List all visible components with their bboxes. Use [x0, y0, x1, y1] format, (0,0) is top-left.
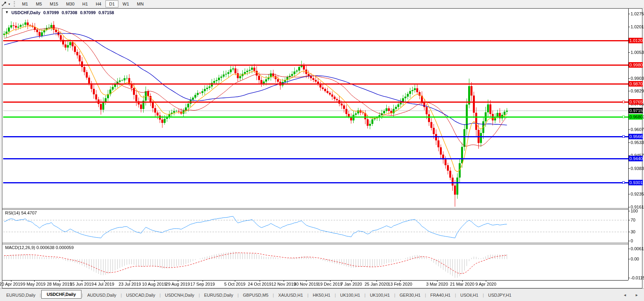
- price-tick-label: 1.00530: [631, 50, 644, 55]
- price-tick: [628, 207, 630, 207]
- line-price-tag: 0.96803: [629, 114, 643, 120]
- date-label: 21 Mar 2020: [450, 282, 474, 286]
- time-axis-line: [2, 280, 628, 281]
- bid-price-tag: 0.97158: [629, 108, 643, 113]
- price-tick: [628, 194, 630, 194]
- date-label: 10 Aug 2019: [142, 282, 166, 286]
- timeframe-button-m15[interactable]: M15: [46, 0, 62, 7]
- line-price-tag: 0.98703: [629, 81, 643, 87]
- date-label: 7 Jan 2020: [341, 282, 362, 286]
- timeframe-button-mn[interactable]: MN: [133, 0, 147, 7]
- price-tick: [628, 27, 630, 27]
- date-label: 29 Aug 2019: [166, 282, 190, 286]
- symbol-tab-usdchf-daily[interactable]: USDCHF,Daily: [41, 290, 81, 299]
- rsi-tick-label: 70: [631, 218, 635, 222]
- date-label: 9 Apr 2020: [475, 282, 496, 286]
- chart-title: ▼ USDCHF,Daily 0.97099 0.97308 0.97099 0…: [5, 10, 114, 15]
- symbol-tab-usdcnh-daily[interactable]: USDCNH,Daily: [161, 292, 198, 299]
- tab-scroll-left-icon[interactable]: ◄: [623, 293, 627, 297]
- symbol-tab-ger30-h1[interactable]: GER30,H1: [396, 292, 424, 299]
- date-label: 13 Feb 2020: [388, 282, 412, 286]
- price-tick-label: 0.92350: [631, 192, 644, 196]
- timeframe-button-w1[interactable]: W1: [119, 0, 133, 7]
- symbol-tab-fra40-h1[interactable]: FRA40,H1: [426, 292, 454, 299]
- macd-tick-label: -0.01153: [631, 275, 644, 280]
- price-tick-label: 0.93830: [631, 166, 644, 171]
- price-tick: [628, 168, 630, 169]
- date-label: 20 Apr 2019: [0, 282, 23, 286]
- date-label: 4 Jul 2019: [94, 282, 114, 286]
- price-tick: [628, 91, 630, 91]
- symbol-tab-usdcad-daily[interactable]: USDCAD,Daily: [122, 292, 159, 299]
- symbol-tab-eurusd-daily[interactable]: EURUSD,Daily: [2, 292, 39, 299]
- toolbar-dropdown-caret[interactable]: ▼: [8, 3, 11, 6]
- ohlc-close: 0.97158: [98, 10, 114, 15]
- line-price-tag: 0.97658: [629, 99, 643, 105]
- date-label: 9 May 2019: [23, 282, 45, 286]
- timeframe-button-h1[interactable]: H1: [79, 0, 91, 7]
- timeframe-button-m1[interactable]: M1: [18, 0, 31, 7]
- symbol-tab-audusd-daily[interactable]: AUDUSD,Daily: [83, 292, 120, 299]
- line-price-tag: 0.95663: [629, 134, 643, 139]
- timeframe-button-m5[interactable]: M5: [32, 0, 45, 7]
- collapse-triangle-icon[interactable]: ▼: [5, 10, 9, 15]
- rsi-tick: [628, 211, 630, 211]
- rsi-tick-label: 0: [631, 238, 633, 243]
- timeframe-buttons: M1M5M15M30H1H4D1W1MN: [18, 0, 148, 7]
- ohlc-low: 0.97099: [80, 10, 96, 15]
- rsi-tick: [628, 232, 630, 232]
- symbol-tab-usdjpy-h1[interactable]: USDJPY,H1: [484, 292, 515, 299]
- ohlc-high: 0.97308: [62, 10, 78, 15]
- price-tick-label: 0.95330: [631, 140, 644, 145]
- macd-tick-label: 0.006167: [631, 246, 644, 251]
- symbol-tab-gbpusd-m5[interactable]: GBPUSD,M5: [239, 292, 273, 299]
- line-price-tag: 0.99800: [629, 62, 643, 68]
- date-label: 3 Mar 2020: [426, 282, 448, 286]
- symbol-tab-eurusd-daily[interactable]: EURUSD,Daily: [200, 292, 237, 299]
- date-label: 19 Dec 2019: [318, 282, 342, 286]
- macd-pane-label: MACD(12,26,9) 0.000638 0.000059: [5, 245, 74, 250]
- timeframe-button-m30[interactable]: M30: [63, 0, 78, 7]
- chart-symbol-label: USDCHF,Daily: [11, 10, 41, 15]
- rsi-pane-label: RSI(14) 54.4707: [5, 211, 37, 215]
- chart-canvas[interactable]: [2, 9, 642, 287]
- symbol-tab-hk50-h1[interactable]: HK50,H1: [309, 292, 334, 299]
- price-tick: [628, 142, 630, 143]
- price-tick-label: 1.02010: [631, 24, 644, 29]
- symbol-tab-usoil-h1[interactable]: USOil,H1: [456, 292, 482, 299]
- symbol-tabs: EURUSD,Daily|USDCHF,Daily|AUDUSD,Daily|U…: [2, 290, 515, 299]
- date-label: 15 Jun 2019: [70, 282, 94, 286]
- pane-separator[interactable]: [2, 208, 628, 210]
- date-label: 5 Oct 2019: [224, 282, 245, 286]
- date-label: 24 Oct 2019: [248, 282, 271, 286]
- price-tick: [628, 78, 630, 79]
- line-price-tag: 0.93011: [629, 180, 643, 185]
- rsi-tick-label: 100: [631, 209, 638, 213]
- price-axis-line: [628, 9, 629, 280]
- macd-tick-label: 0.00: [631, 257, 639, 261]
- timeframe-button-d1[interactable]: D1: [105, 0, 118, 7]
- crosshair-tool-icon[interactable]: [0, 1, 7, 7]
- price-tick-label: 1.02750: [631, 11, 644, 16]
- date-label: 12 Nov 2019: [271, 282, 296, 286]
- timeframe-button-h4[interactable]: H4: [92, 0, 105, 7]
- toolbar-grip[interactable]: [14, 1, 15, 7]
- pane-separator[interactable]: [2, 243, 628, 244]
- rsi-tick-label: 30: [631, 229, 635, 234]
- symbol-tab-uk100-h1[interactable]: UK100,H1: [366, 292, 394, 299]
- price-tick-label: 0.98290: [631, 89, 644, 93]
- date-label: 28 May 2019: [47, 282, 72, 286]
- symbol-tab-uk100-h1[interactable]: UK100,H1: [336, 292, 364, 299]
- rsi-tick: [628, 241, 630, 241]
- tab-scroll-right-icon[interactable]: ►: [635, 293, 638, 297]
- price-tick: [628, 14, 630, 14]
- date-label: 30 Nov 2019: [294, 282, 318, 286]
- line-price-tag: 1.01207: [629, 38, 643, 43]
- date-label: 25 Jan 2020: [365, 282, 389, 286]
- chart-window: ▼ USDCHF,Daily 0.97099 0.97308 0.97099 0…: [2, 8, 642, 288]
- rsi-tick: [628, 220, 630, 220]
- top-toolbar: ▼ M1M5M15M30H1H4D1W1MN: [0, 0, 644, 8]
- price-tick-label: 0.99030: [631, 76, 644, 81]
- date-label: 23 Jul 2019: [119, 282, 141, 286]
- symbol-tab-xauusd-h1[interactable]: XAUUSD,H1: [274, 292, 307, 299]
